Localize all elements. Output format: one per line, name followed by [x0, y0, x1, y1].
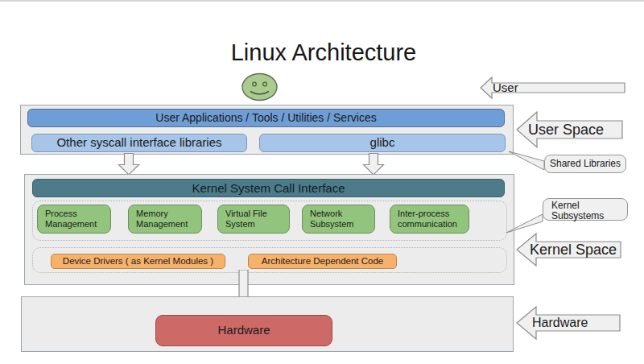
- user-arrow-label: User: [493, 81, 557, 94]
- kernel-subsystems-callout-pointer: [504, 211, 546, 235]
- linux-architecture-diagram: Linux Architecture User User Application…: [0, 0, 644, 364]
- kernel-space-arrow-label: Kernel Space: [530, 242, 620, 258]
- user-space-arrow-label: User Space: [528, 122, 621, 139]
- subsystem-box-virtual-file-system: Virtual File System: [217, 205, 290, 234]
- diagram-title: Linux Architecture: [201, 38, 446, 67]
- down-arrow-icon: [118, 153, 140, 176]
- smiley-icon: [241, 72, 279, 102]
- down-arrow-icon: [362, 153, 385, 176]
- kernel-syscall-interface-bar: Kernel System Call Interface: [32, 179, 505, 197]
- shared-libraries-callout-pointer: [506, 148, 547, 174]
- other-syscall-libraries-box: Other syscall interface libraries: [31, 134, 247, 152]
- glibc-box: glibc: [259, 134, 506, 152]
- user-applications-bar: User Applications / Tools / Utilities / …: [27, 109, 505, 127]
- kernel-subsystems-callout: Kernel Subsystems: [543, 198, 628, 221]
- hardware-box: Hardware: [155, 315, 332, 346]
- top-border-strip: [0, 0, 644, 2]
- shared-libraries-callout: Shared Libraries: [544, 155, 626, 173]
- subsystem-box-memory-management: Memory Management: [128, 205, 202, 234]
- subsystem-box-inter-process-communication: Inter-process communication: [390, 205, 469, 234]
- module-box-device-drivers: Device Drivers ( as Kernel Modules ): [51, 254, 225, 269]
- module-box-architecture-dependent-code: Architecture Dependent Code: [248, 254, 397, 269]
- subsystem-box-process-management: Process Management: [37, 205, 111, 234]
- subsystem-box-network-subsystem: Network Subsystem: [302, 205, 375, 234]
- hardware-arrow-label: Hardware: [532, 315, 619, 331]
